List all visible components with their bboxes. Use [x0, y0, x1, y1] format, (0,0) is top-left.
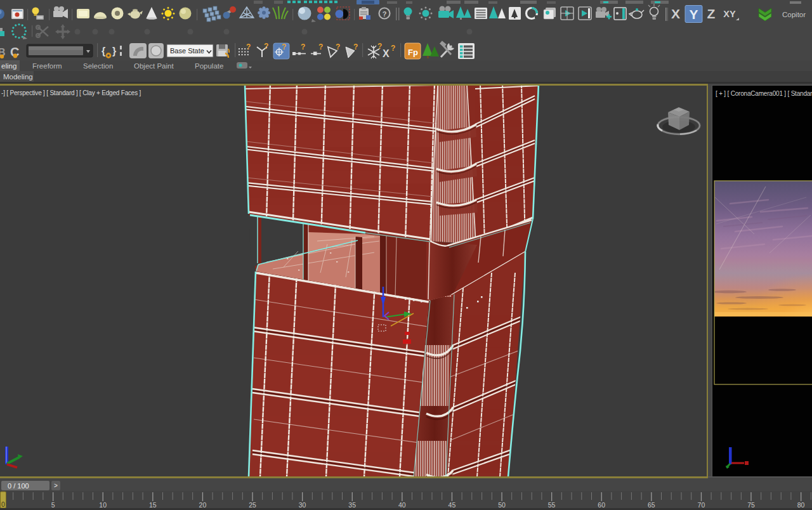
svg-text:15: 15 [149, 501, 157, 509]
svg-text:0: 0 [1, 500, 5, 508]
svg-text:X: X [671, 6, 680, 21]
svg-text:?: ? [264, 42, 268, 51]
svg-text:Y: Y [689, 7, 698, 22]
svg-text:70: 70 [698, 501, 705, 509]
svg-text:Object Paint: Object Paint [134, 62, 174, 70]
svg-text:Modeling: Modeling [3, 73, 33, 81]
svg-text:75: 75 [747, 501, 755, 509]
svg-text:45: 45 [449, 501, 456, 509]
svg-text:5: 5 [51, 501, 55, 509]
svg-text:0 / 100: 0 / 100 [8, 482, 29, 490]
svg-text:Freeform: Freeform [32, 62, 62, 70]
svg-text:>: > [54, 482, 58, 489]
svg-text:10: 10 [99, 501, 107, 509]
svg-text:?: ? [353, 43, 358, 51]
svg-text:?: ? [336, 43, 340, 51]
svg-text:{: { [102, 46, 105, 56]
svg-text:?: ? [301, 43, 305, 51]
svg-text:35: 35 [348, 501, 356, 509]
svg-text:eling: eling [1, 62, 16, 70]
svg-text:?: ? [383, 10, 387, 18]
svg-text:25: 25 [249, 501, 256, 509]
svg-text:XY: XY [723, 9, 736, 19]
svg-text:Base State: Base State [170, 47, 204, 55]
svg-text:30: 30 [299, 501, 306, 509]
svg-text:?: ? [377, 42, 382, 51]
svg-text:20: 20 [199, 501, 207, 509]
svg-text:X: X [383, 48, 390, 59]
svg-text:?: ? [318, 43, 323, 51]
svg-text:60: 60 [598, 501, 605, 509]
svg-text:65: 65 [648, 501, 655, 509]
svg-text:?: ? [282, 43, 286, 51]
svg-text:?: ? [246, 43, 251, 51]
svg-text:Selection: Selection [83, 62, 113, 70]
svg-text:55: 55 [548, 501, 556, 509]
svg-text:40: 40 [398, 501, 406, 509]
svg-text:50: 50 [498, 501, 506, 509]
svg-text:Fp: Fp [408, 48, 418, 57]
svg-text:Z: Z [707, 6, 716, 21]
svg-text:80: 80 [797, 501, 805, 509]
svg-text:?: ? [391, 44, 395, 53]
svg-text:}: } [112, 46, 116, 56]
svg-text:Copitor: Copitor [782, 11, 806, 18]
svg-text:Populate: Populate [195, 62, 223, 70]
